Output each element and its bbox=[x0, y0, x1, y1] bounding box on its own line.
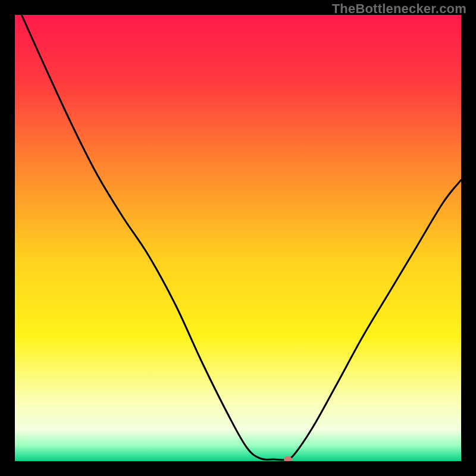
chart-frame: TheBottlenecker.com bbox=[0, 0, 476, 476]
chart-svg bbox=[15, 15, 461, 461]
bottleneck-chart bbox=[15, 15, 461, 461]
chart-background bbox=[15, 15, 461, 461]
